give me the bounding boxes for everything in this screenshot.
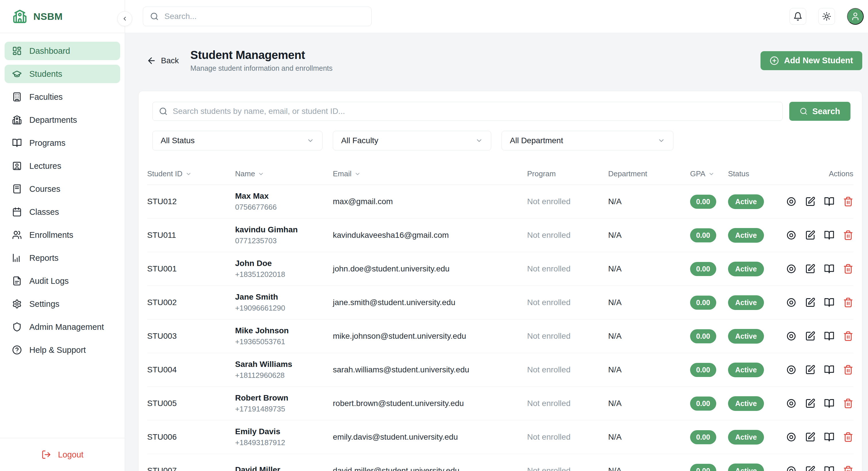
content: Back Student Management Manage student i… <box>125 33 868 471</box>
view-student-button[interactable] <box>786 264 797 274</box>
global-search-input[interactable] <box>164 12 365 21</box>
edit-student-button[interactable] <box>805 331 815 341</box>
student-status-cell: Active <box>728 295 787 310</box>
sidebar-item-classes[interactable]: Classes <box>5 203 120 221</box>
delete-student-button[interactable] <box>843 264 853 274</box>
view-student-button[interactable] <box>786 364 797 375</box>
edit-student-button[interactable] <box>805 466 815 471</box>
view-student-button[interactable] <box>786 230 797 240</box>
student-name-cell: Jane Smith +19096661290 <box>235 292 333 313</box>
view-student-button[interactable] <box>786 297 797 308</box>
gpa-badge: 0.00 <box>690 363 716 377</box>
view-student-button[interactable] <box>786 398 797 409</box>
edit-student-button[interactable] <box>805 297 815 308</box>
sidebar-item-label: Audit Logs <box>29 276 69 286</box>
gpa-badge: 0.00 <box>690 228 716 242</box>
gpa-badge: 0.00 <box>690 329 716 343</box>
plus-circle-icon <box>770 56 779 65</box>
sidebar-item-audit-logs[interactable]: Audit Logs <box>5 272 120 290</box>
edit-student-button[interactable] <box>805 398 815 409</box>
status-filter-select[interactable]: All Status <box>152 131 322 150</box>
view-student-button[interactable] <box>786 432 797 442</box>
student-department-cell: N/A <box>608 331 690 341</box>
eye-icon <box>786 197 797 207</box>
edit-student-button[interactable] <box>805 230 815 240</box>
student-search-input[interactable] <box>173 107 776 116</box>
sidebar-item-departments[interactable]: Departments <box>5 111 120 129</box>
edit-student-button[interactable] <box>805 432 815 442</box>
enrollments-book-button[interactable] <box>824 466 834 471</box>
search-icon <box>800 107 808 115</box>
logout-icon <box>41 450 51 460</box>
page-header: Back Student Management Manage student i… <box>138 49 862 72</box>
student-email-cell: emily.davis@student.university.edu <box>333 433 527 442</box>
student-gpa-cell: 0.00 <box>690 262 728 276</box>
enrollments-book-button[interactable] <box>824 264 834 274</box>
edit-student-button[interactable] <box>805 197 815 207</box>
back-button[interactable]: Back <box>147 56 179 65</box>
delete-student-button[interactable] <box>843 230 853 240</box>
student-gpa-cell: 0.00 <box>690 363 728 377</box>
delete-student-button[interactable] <box>843 364 853 375</box>
help-circle-icon <box>12 345 22 355</box>
sidebar-item-admin-management[interactable]: Admin Management <box>5 318 120 336</box>
sidebar-item-settings[interactable]: Settings <box>5 295 120 313</box>
student-id-cell: STU002 <box>147 298 235 307</box>
delete-student-button[interactable] <box>843 197 853 207</box>
column-header-student-id[interactable]: Student ID <box>147 169 235 178</box>
sidebar-item-lectures[interactable]: Lectures <box>5 157 120 175</box>
delete-student-button[interactable] <box>843 398 853 409</box>
delete-student-button[interactable] <box>843 297 853 308</box>
view-student-button[interactable] <box>786 331 797 341</box>
search-button[interactable]: Search <box>789 102 850 121</box>
department-filter-select[interactable]: All Department <box>501 131 674 150</box>
user-avatar[interactable] <box>847 8 864 25</box>
column-header-email[interactable]: Email <box>333 169 527 178</box>
delete-student-button[interactable] <box>843 432 853 442</box>
enrollments-book-button[interactable] <box>824 432 834 442</box>
delete-student-button[interactable] <box>843 466 853 471</box>
column-header-name[interactable]: Name <box>235 169 333 178</box>
enrollments-book-button[interactable] <box>824 297 834 308</box>
sidebar-item-faculties[interactable]: Faculties <box>5 88 120 106</box>
sidebar-item-label: Programs <box>29 138 65 148</box>
sidebar-collapse-button[interactable] <box>117 11 132 26</box>
edit-pencil-icon <box>805 432 815 442</box>
eye-icon <box>786 264 797 274</box>
delete-student-button[interactable] <box>843 331 853 341</box>
sidebar-item-reports[interactable]: Reports <box>5 249 120 267</box>
sidebar-item-students[interactable]: Students <box>5 65 120 83</box>
enrollments-book-button[interactable] <box>824 364 834 375</box>
faculty-filter-select[interactable]: All Faculty <box>333 131 491 150</box>
sidebar-item-label: Lectures <box>29 161 61 171</box>
sidebar-item-courses[interactable]: Courses <box>5 180 120 198</box>
edit-pencil-icon <box>805 398 815 409</box>
sidebar-item-programs[interactable]: Programs <box>5 134 120 152</box>
student-department-cell: N/A <box>608 365 690 374</box>
notifications-button[interactable] <box>789 8 806 25</box>
trash-icon <box>843 230 853 240</box>
enrollments-book-button[interactable] <box>824 331 834 341</box>
add-new-student-button[interactable]: Add New Student <box>761 51 862 70</box>
edit-student-button[interactable] <box>805 364 815 375</box>
student-email-cell: mike.johnson@student.university.edu <box>333 331 527 341</box>
view-student-button[interactable] <box>786 197 797 207</box>
student-name: Mike Johnson <box>235 326 333 335</box>
sidebar-item-dashboard[interactable]: Dashboard <box>5 42 120 60</box>
sidebar-item-help-support[interactable]: Help & Support <box>5 341 120 359</box>
logout-button[interactable]: Logout <box>41 450 84 460</box>
enrollments-book-button[interactable] <box>824 398 834 409</box>
enrollments-book-button[interactable] <box>824 230 834 240</box>
theme-toggle-button[interactable] <box>818 8 835 25</box>
student-department-cell: N/A <box>608 264 690 273</box>
sidebar-item-label: Classes <box>29 207 59 217</box>
enrollments-book-button[interactable] <box>824 197 834 207</box>
edit-student-button[interactable] <box>805 264 815 274</box>
student-gpa-cell: 0.00 <box>690 228 728 242</box>
view-student-button[interactable] <box>786 466 797 471</box>
sidebar-item-enrollments[interactable]: Enrollments <box>5 226 120 244</box>
sidebar-item-label: Faculties <box>29 92 63 102</box>
column-header-gpa[interactable]: GPA <box>690 169 728 178</box>
table-row: STU005 Robert Brown +17191489735 robert.… <box>147 387 853 420</box>
student-program-cell: Not enrolled <box>527 331 608 341</box>
